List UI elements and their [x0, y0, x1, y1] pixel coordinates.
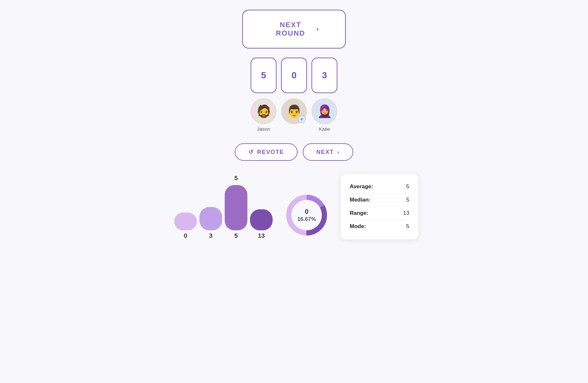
player-katie-label: Katie — [319, 126, 330, 132]
stats-range-row: Range: 13 — [350, 207, 409, 220]
bar-bottom-5: 5 — [234, 232, 238, 239]
vote-card-2: 3 — [311, 58, 337, 93]
stats-mode-row: Mode: 5 — [350, 220, 409, 233]
bar-shape-5 — [225, 185, 247, 230]
avatar-katie: 🧕 — [311, 98, 337, 124]
vote-cards-row: 5 0 3 — [251, 58, 337, 93]
bar-item-3: 3 — [199, 197, 222, 239]
stats-mode-key: Mode: — [350, 223, 366, 230]
chart-area: 0 3 5 5 13 — [148, 174, 440, 239]
vote-card-1: 0 — [281, 58, 307, 93]
stats-median-row: Median: 5 — [350, 193, 409, 207]
avatar-badge-add: + — [298, 115, 306, 123]
stats-average-val: 5 — [406, 183, 409, 190]
bar-top-label-3 — [210, 197, 211, 204]
bar-bottom-13: 13 — [258, 232, 265, 239]
bar-shape-3 — [199, 207, 222, 230]
next-button[interactable]: NEXT › — [303, 143, 353, 161]
main-container: NEXT ROUND › 5 0 3 🧔 Jason 👨 + — [148, 10, 440, 239]
next-round-button[interactable]: NEXT ROUND › — [242, 10, 346, 49]
bar-top-label-0 — [185, 202, 186, 209]
bar-bottom-0: 0 — [184, 232, 187, 239]
bar-chart: 0 3 5 5 13 — [174, 175, 273, 239]
bar-bottom-3: 3 — [209, 232, 213, 239]
bar-item-13: 13 — [250, 199, 273, 239]
stats-mode-val: 5 — [406, 223, 409, 230]
stats-range-key: Range: — [350, 210, 368, 216]
player-katie: 🧕 Katie — [311, 98, 337, 132]
bar-top-label-5: 5 — [234, 175, 238, 182]
bar-item-5: 5 5 — [225, 175, 247, 239]
stats-range-val: 13 — [403, 210, 409, 216]
stats-average-row: Average: 5 — [350, 180, 409, 193]
stats-panel: Average: 5 Median: 5 Range: 13 Mode: 5 — [341, 174, 418, 239]
bar-item-0: 0 — [174, 202, 197, 239]
next-chevron-icon: › — [337, 149, 340, 156]
avatars-row: 🧔 Jason 👨 + 🧕 Katie — [251, 98, 337, 132]
donut-label: 0 16.67% — [297, 207, 316, 223]
stats-average-key: Average: — [350, 183, 373, 190]
next-round-chevron: › — [316, 25, 319, 33]
player-jason: 🧔 Jason — [251, 98, 277, 132]
player-middle-label — [293, 126, 295, 132]
player-jason-label: Jason — [257, 126, 270, 132]
stats-median-key: Median: — [350, 197, 370, 203]
avatar-jason: 🧔 — [251, 98, 277, 124]
stats-median-val: 5 — [406, 197, 409, 203]
vote-card-0: 5 — [251, 58, 277, 93]
player-middle: 👨 + — [281, 98, 307, 132]
revote-button[interactable]: ↺ REVOTE — [235, 143, 298, 161]
bar-top-label-13 — [260, 199, 262, 206]
revote-icon: ↺ — [248, 148, 254, 156]
avatar-middle: 👨 + — [281, 98, 307, 124]
action-buttons-row: ↺ REVOTE NEXT › — [235, 143, 353, 161]
next-round-label: NEXT ROUND — [269, 21, 312, 38]
bar-shape-0 — [174, 213, 197, 230]
bar-shape-13 — [250, 209, 273, 230]
donut-chart: 0 16.67% — [282, 191, 331, 239]
